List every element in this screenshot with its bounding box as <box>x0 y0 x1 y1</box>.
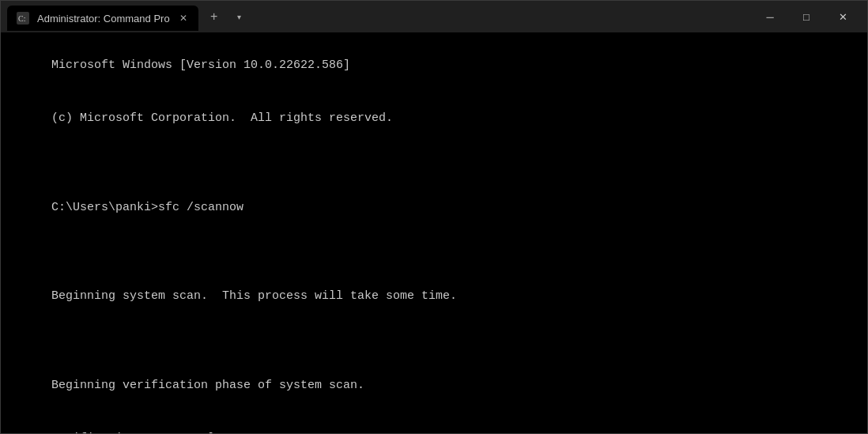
maximize-button[interactable]: □ <box>788 1 825 32</box>
line-6: Beginning system scan. This process will… <box>51 289 457 303</box>
terminal-output: Microsoft Windows [Version 10.0.22622.58… <box>9 39 859 433</box>
line-9: Verification 100% complete. <box>51 432 243 433</box>
add-tab-button[interactable]: + <box>203 6 225 28</box>
line-1: Microsoft Windows [Version 10.0.22622.58… <box>51 58 350 72</box>
minimize-button[interactable]: ─ <box>752 1 788 32</box>
terminal-icon: C: <box>15 10 31 26</box>
terminal-body[interactable]: Microsoft Windows [Version 10.0.22622.58… <box>1 32 867 433</box>
titlebar-left: C: Administrator: Command Pro ✕ + ▾ <box>7 2 752 31</box>
line-2: (c) Microsoft Corporation. All rights re… <box>51 111 393 125</box>
svg-text:C:: C: <box>18 14 25 23</box>
titlebar-controls: ─ □ ✕ <box>752 1 861 32</box>
line-4: C:\Users\panki>sfc /scannow <box>51 201 243 214</box>
titlebar: C: Administrator: Command Pro ✕ + ▾ ─ □ … <box>1 1 867 32</box>
window: C: Administrator: Command Pro ✕ + ▾ ─ □ … <box>0 0 868 434</box>
tab-dropdown-button[interactable]: ▾ <box>230 7 249 26</box>
active-tab[interactable]: C: Administrator: Command Pro ✕ <box>7 6 198 31</box>
tab-close-button[interactable]: ✕ <box>176 11 191 25</box>
tab-title: Administrator: Command Pro <box>37 13 170 25</box>
line-8: Beginning verification phase of system s… <box>51 379 364 392</box>
close-button[interactable]: ✕ <box>825 1 861 32</box>
